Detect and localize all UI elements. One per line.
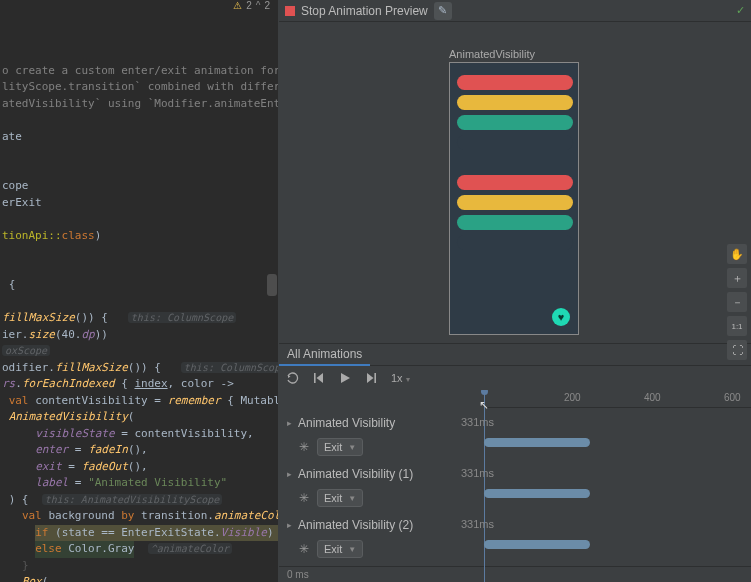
ruler-tick: 600 xyxy=(724,392,741,403)
transition-state-select[interactable]: Exit▼ xyxy=(317,438,363,456)
code-editor-pane: ⚠ 2 ^ 2 o create a custom enter/exit ani… xyxy=(0,0,279,582)
chevron-right-icon: ▸ xyxy=(287,418,292,428)
animation-track-row: ▸Animated Visibility (1)331ms✳Exit▼ xyxy=(279,463,751,514)
freeze-icon[interactable]: ✳ xyxy=(297,491,311,505)
interactive-mode-button[interactable]: ✎ xyxy=(434,2,452,20)
code-ext: rs xyxy=(2,377,15,390)
code-string: "Animated Visibility" xyxy=(88,476,227,489)
timeline-ruler[interactable]: 2004006008001000 xyxy=(484,390,751,408)
chevron-right-icon: ▸ xyxy=(287,520,292,530)
timeline-clip[interactable] xyxy=(484,438,590,447)
ruler-tick: 400 xyxy=(644,392,661,403)
track-header[interactable]: ▸Animated Visibility (1) xyxy=(287,467,413,481)
code-text: cope xyxy=(2,179,29,192)
code-param: index xyxy=(134,377,167,390)
code-comment: o create a custom enter/exit animation f… xyxy=(2,64,279,77)
freeze-icon[interactable]: ✳ xyxy=(297,542,311,556)
code-text: -> xyxy=(214,377,234,390)
editor-problem-strip: ⚠ 2 ^ 2 xyxy=(0,0,278,10)
inlay-hint: oxScope xyxy=(2,345,50,356)
inlay-hint: this: ColumnScope xyxy=(181,362,279,373)
track-duration: 331ms xyxy=(461,518,494,530)
track-sub-row: ✳Exit▼ xyxy=(297,438,363,456)
svg-rect-1 xyxy=(374,373,376,383)
preview-bar xyxy=(457,215,573,230)
code-call: AnimatedVisibility xyxy=(9,410,128,423)
code-text: { MutableTransitionS xyxy=(221,394,279,407)
code-call: animateColor xyxy=(214,509,279,522)
chevron-down-icon: ▼ xyxy=(348,443,356,452)
timeline-body: 2004006008001000 0 ms ↖▸Animated Visibil… xyxy=(279,390,751,582)
chevron-down-icon: ▼ xyxy=(348,494,356,503)
code-call: remember xyxy=(168,394,221,407)
stop-icon[interactable] xyxy=(285,6,295,16)
freeze-icon[interactable]: ✳ xyxy=(297,440,311,454)
code-call: fadeOut xyxy=(82,460,128,473)
code-text: ate xyxy=(2,130,22,143)
animation-preview-pane: Stop Animation Preview ✎ ✓ AnimatedVisib… xyxy=(279,0,751,582)
code-named-arg: visibleState xyxy=(35,427,114,440)
chevron-right-icon: ▸ xyxy=(287,469,292,479)
code-named-arg: label xyxy=(35,476,68,489)
transition-state-value: Exit xyxy=(324,543,342,555)
track-sub-row: ✳Exit▼ xyxy=(297,489,363,507)
fab-button[interactable]: ♥ xyxy=(552,308,570,326)
preview-bar xyxy=(457,135,573,150)
code-brace: { xyxy=(9,278,16,291)
editor-scrollbar-thumb[interactable] xyxy=(267,274,277,296)
preview-device-frame: ♥ xyxy=(449,62,579,335)
code-call: forEachIndexed xyxy=(22,377,115,390)
code-text: odifier. xyxy=(2,361,55,374)
animation-inspector: All Animations 1x ▾ 2004006008001000 0 m… xyxy=(279,343,751,582)
ruler-tick: 200 xyxy=(564,392,581,403)
go-to-start-button[interactable] xyxy=(309,368,329,388)
code-editor[interactable]: o create a custom enter/exit animation f… xyxy=(0,10,278,582)
zoom-fit-button[interactable]: ⛶ xyxy=(727,340,747,360)
preview-bar xyxy=(457,175,573,190)
zoom-1to1-button[interactable]: 1:1 xyxy=(727,316,747,336)
check-icon: ✓ xyxy=(736,4,745,17)
track-sub-row: ✳Exit▼ xyxy=(297,540,363,558)
hint-icon: ^ xyxy=(256,0,261,11)
timeline-position-label: 0 ms xyxy=(279,566,751,582)
code-text: background xyxy=(48,509,114,522)
inspector-tab-all-animations[interactable]: All Animations xyxy=(279,344,370,366)
code-ext: dp xyxy=(82,328,95,341)
transition-state-value: Exit xyxy=(324,441,342,453)
pan-tool-button[interactable]: ✋ xyxy=(727,244,747,264)
preview-canvas[interactable]: AnimatedVisibility ♥ ✋ ＋ － 1:1 ⛶ xyxy=(279,22,751,343)
zoom-out-button[interactable]: － xyxy=(727,292,747,312)
transition-state-select[interactable]: Exit▼ xyxy=(317,540,363,558)
warning-count: 2 xyxy=(246,0,252,11)
code-text: == EnterExitState. xyxy=(95,526,221,539)
code-text: erExit xyxy=(2,196,42,209)
code-keyword: if xyxy=(35,526,48,539)
timeline-clip[interactable] xyxy=(484,540,590,549)
code-call: fadeIn xyxy=(88,443,128,456)
transition-state-select[interactable]: Exit▼ xyxy=(317,489,363,507)
transport-bar: 1x ▾ xyxy=(279,366,751,390)
preview-bar xyxy=(457,235,573,250)
inlay-hint: this: ColumnScope xyxy=(128,312,236,323)
go-to-end-button[interactable] xyxy=(361,368,381,388)
code-enum: Visible xyxy=(221,526,267,539)
preview-bar xyxy=(457,115,573,130)
chevron-down-icon: ▼ xyxy=(348,545,356,554)
code-text: transition. xyxy=(141,509,214,522)
track-header[interactable]: ▸Animated Visibility xyxy=(287,416,395,430)
code-text: Color.Gray xyxy=(68,542,134,555)
zoom-in-button[interactable]: ＋ xyxy=(727,268,747,288)
code-text: = contentVisibility, xyxy=(115,427,254,440)
svg-rect-0 xyxy=(314,373,316,383)
playback-speed[interactable]: 1x ▾ xyxy=(387,372,414,384)
transition-state-value: Exit xyxy=(324,492,342,504)
track-header[interactable]: ▸Animated Visibility (2) xyxy=(287,518,413,532)
loop-button[interactable] xyxy=(283,368,303,388)
preview-toolbar: Stop Animation Preview ✎ ✓ xyxy=(279,0,751,22)
cursor-icon: ↖ xyxy=(479,398,489,412)
code-text: contentVisibility = xyxy=(35,394,167,407)
timeline-clip[interactable] xyxy=(484,489,590,498)
code-named-arg: enter xyxy=(35,443,68,456)
play-button[interactable] xyxy=(335,368,355,388)
code-comment: lityScope.transition` combined with diff… xyxy=(2,80,279,93)
